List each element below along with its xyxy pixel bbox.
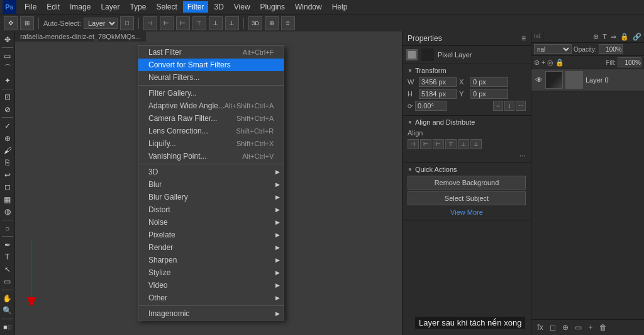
layer-icon-3[interactable]: ⇒ [611, 33, 616, 41]
tool-eyedropper[interactable]: ✓ [1, 120, 14, 131]
lock-icon1[interactable]: ⊘ [534, 59, 540, 67]
fill-input[interactable] [618, 57, 641, 67]
layer-new-btn[interactable]: + [586, 322, 596, 332]
menu-window[interactable]: Window [291, 1, 326, 13]
align-top[interactable]: ⊤ [192, 16, 206, 30]
align-right[interactable]: ⊢ [176, 16, 190, 30]
tool-slice[interactable]: ⊘ [1, 104, 14, 115]
tool-magic-wand[interactable]: ✦ [1, 75, 14, 86]
tool-shape[interactable]: ▭ [1, 276, 14, 287]
lock-icon2[interactable]: + [541, 59, 545, 67]
tool-crop[interactable]: ⊡ [1, 92, 14, 103]
tool-type[interactable]: T [1, 252, 14, 263]
show-transform-controls[interactable]: □ [120, 16, 134, 30]
menu-sharpen-sub[interactable]: Sharpen [138, 254, 284, 266]
select-subject-btn[interactable]: Select Subject [408, 191, 526, 205]
menu-noise-sub[interactable]: Noise [138, 216, 284, 229]
layer-row-0[interactable]: 👁 Layer 0 [531, 69, 644, 91]
menu-adaptive-wide-angle[interactable]: Adaptive Wide Angle... Alt+Shift+Ctrl+A [138, 99, 284, 112]
menu-neural-filters[interactable]: Neural Filters... [138, 71, 284, 84]
more-btn[interactable]: ≡ [281, 16, 295, 30]
menu-imagenomic-sub[interactable]: Imagenomic [138, 307, 284, 320]
opacity-input[interactable] [599, 44, 623, 54]
menu-plugins[interactable]: Plugins [256, 1, 289, 13]
tool-path-select[interactable]: ↖ [1, 264, 14, 275]
align-center-v[interactable]: ⊢ [160, 16, 174, 30]
layer-mask-btn[interactable]: ◻ [548, 322, 558, 332]
align-bottom-btn[interactable]: ⊥ [470, 139, 482, 149]
flip-v-btn[interactable]: ↕ [504, 101, 514, 111]
menu-pixelate-sub[interactable]: Pixelate [138, 229, 284, 241]
layer-icon-5[interactable]: 🔗 [633, 33, 641, 41]
menu-3d[interactable]: 3D [209, 1, 228, 13]
align-left-btn[interactable]: ⊣ [408, 139, 419, 149]
align-more-btn[interactable]: ··· [408, 151, 526, 160]
align-center-h[interactable]: ⊥ [209, 16, 223, 30]
menu-blur-sub[interactable]: Blur [138, 178, 284, 191]
tool-move[interactable]: ✥ [1, 34, 14, 45]
menu-image[interactable]: Image [65, 1, 95, 13]
tool-hand[interactable]: ✋ [1, 293, 14, 304]
menu-view[interactable]: View [230, 1, 255, 13]
tool-blur[interactable]: ◍ [1, 207, 14, 217]
angle-input[interactable] [415, 101, 447, 111]
menu-convert-smart-filters[interactable]: Convert for Smart Filters [138, 59, 284, 71]
layer-icon-4[interactable]: 🔒 [620, 33, 629, 41]
view-more-btn[interactable]: View More [408, 207, 526, 217]
tool-zoom[interactable]: 🔍 [1, 305, 14, 315]
align-middle-btn[interactable]: ⊥ [458, 139, 469, 149]
menu-filter-gallery[interactable]: Filter Gallery... [138, 87, 284, 99]
menu-render-sub[interactable]: Render [138, 241, 284, 254]
lock-icon4[interactable]: 🔒 [555, 59, 564, 67]
menu-type[interactable]: Type [125, 1, 150, 13]
layer-delete-btn[interactable]: 🗑 [598, 322, 608, 332]
menu-distort-sub[interactable]: Distort [138, 203, 284, 216]
flip-h-btn[interactable]: ↔ [493, 101, 503, 111]
menu-edit[interactable]: Edit [42, 1, 64, 13]
layer-fx-btn[interactable]: fx [535, 322, 545, 332]
tool-history[interactable]: ↩ [1, 169, 14, 180]
puppet-warp[interactable]: ⊕ [265, 16, 279, 30]
height-input[interactable] [419, 89, 457, 99]
menu-filter[interactable]: Filter [183, 1, 209, 13]
menu-layer[interactable]: Layer [96, 1, 124, 13]
align-center-v-btn[interactable]: ⊢ [420, 139, 431, 149]
tool-brush[interactable]: 🖌 [1, 145, 14, 156]
blend-mode-select[interactable]: nal Normal Multiply [534, 44, 572, 54]
more-transform-btn[interactable]: ⋯ [516, 101, 526, 111]
menu-video-sub[interactable]: Video [138, 279, 284, 292]
layer-icon-2[interactable]: T [602, 33, 607, 41]
menu-camera-raw[interactable]: Camera Raw Filter... Shift+Ctrl+A [138, 112, 284, 125]
menu-lens-correction[interactable]: Lens Correction... Shift+Ctrl+R [138, 125, 284, 137]
tool-eraser[interactable]: ◻ [1, 182, 14, 193]
layer-group-btn[interactable]: ▭ [573, 322, 583, 332]
menu-help[interactable]: Help [328, 1, 352, 13]
layer-visibility-icon[interactable]: 👁 [535, 76, 543, 84]
fg-bg-colors[interactable]: ◼◻ [1, 322, 14, 332]
properties-menu-icon[interactable]: ≡ [521, 34, 526, 43]
align-right-btn[interactable]: ⊢ [433, 139, 444, 149]
tool-dodge[interactable]: ○ [1, 223, 14, 234]
remove-background-btn[interactable]: Remove Background [408, 176, 526, 190]
tool-marquee[interactable]: ▭ [1, 50, 14, 61]
width-input[interactable] [419, 77, 457, 87]
menu-other-sub[interactable]: Other [138, 292, 284, 304]
lock-icon3[interactable]: ◎ [547, 59, 553, 67]
align-top-btn[interactable]: ⊤ [445, 139, 457, 149]
menu-vanishing-point[interactable]: Vanishing Point... Alt+Ctrl+V [138, 150, 284, 162]
menu-stylize-sub[interactable]: Stylize [138, 266, 284, 279]
menu-select[interactable]: Select [152, 1, 181, 13]
x-input[interactable] [470, 77, 508, 87]
3d-btn[interactable]: 3D [248, 16, 262, 30]
y-input[interactable] [470, 89, 508, 99]
tool-clone[interactable]: ⎘ [1, 157, 14, 168]
toolbar-arrange[interactable]: ⊞ [20, 16, 34, 30]
tool-gradient[interactable]: ▦ [1, 194, 14, 205]
tool-heal[interactable]: ⊕ [1, 133, 14, 144]
menu-last-filter[interactable]: Last Filter Alt+Ctrl+F [138, 46, 284, 59]
menu-blur-gallery-sub[interactable]: Blur Gallery [138, 191, 284, 203]
menu-file[interactable]: File [20, 1, 41, 13]
tool-lasso[interactable]: ⌒ [1, 63, 14, 74]
layer-adjustment-btn[interactable]: ⊕ [560, 322, 570, 332]
toolbar-move-tool[interactable]: ✥ [4, 16, 18, 30]
